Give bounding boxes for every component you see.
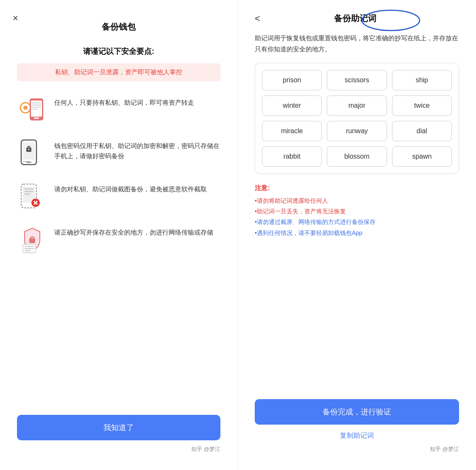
mnemonic-word-3: ship: [392, 70, 452, 90]
svg-rect-29: [25, 248, 34, 249]
svg-rect-10: [32, 106, 41, 108]
security-item-4: 请正确抄写并保存在安全的地方，勿进行网络传输或存储: [17, 225, 220, 255]
security-item-1: 任何人，只要持有私钥、助记词，即可将资产转走: [17, 95, 220, 126]
notice-item-2: •助记词一旦丢失，资产将无法恢复: [255, 206, 459, 217]
mnemonic-word-4: winter: [262, 95, 322, 116]
svg-rect-26: [29, 238, 35, 243]
security-item-4-text: 请正确抄写并保存在安全的地方，勿进行网络传输或存储: [54, 225, 213, 238]
copy-mnemonic-link[interactable]: 复制助记词: [255, 431, 459, 440]
mnemonic-word-10: rabbit: [262, 146, 322, 167]
security-item-3: 请勿对私钥、助记词做截图备份，避免被恶意软件截取: [17, 182, 220, 212]
security-item-2: •••••• 钱包密码仅用于私钥、助记词的加密和解密，密码只存储在手机上，请做好…: [17, 138, 220, 169]
mnemonic-word-12: spawn: [392, 146, 452, 167]
description: 助记词用于恢复钱包或重置钱包密码，将它准确的抄写在纸上，并存放在只有你知道的安全…: [255, 33, 459, 54]
right-bottom: 备份完成，进行验证 复制助记词 知乎 @梦江: [255, 399, 459, 453]
svg-rect-11: [32, 109, 38, 110]
right-title: 备份助记词: [264, 13, 446, 24]
svg-rect-22: [24, 193, 30, 195]
mnemonic-grid-container: prisonscissorsshipwintermajortwicemiracl…: [255, 63, 459, 174]
mnemonic-word-5: major: [327, 95, 387, 116]
mnemonic-word-7: miracle: [262, 121, 322, 141]
security-item-1-text: 任何人，只要持有私钥、助记词，即可将资产转走: [54, 95, 194, 108]
svg-rect-7: [34, 118, 39, 119]
svg-rect-28: [25, 246, 34, 247]
left-bottom: 我知道了 知乎 @梦江: [17, 406, 220, 453]
left-watermark: 知乎 @梦江: [17, 445, 220, 453]
svg-point-1: [23, 106, 28, 110]
svg-rect-17: [26, 162, 31, 163]
back-button[interactable]: <: [255, 13, 260, 24]
notice-item-3: •请勿通过截屏、网络传输的方式进行备份保存: [255, 217, 459, 227]
confirm-button[interactable]: 我知道了: [17, 415, 220, 440]
svg-rect-30: [25, 250, 31, 252]
mnemonic-word-6: twice: [392, 95, 452, 116]
svg-rect-8: [32, 102, 41, 104]
mnemonic-word-11: blossom: [327, 146, 387, 167]
notice-item-4: •遇到任何情况，请不要轻易卸载钱包App: [255, 228, 459, 238]
warning-banner: 私钥、助记词一旦泄露，资产即可被他人掌控: [17, 63, 220, 81]
mnemonic-grid: prisonscissorsshipwintermajortwicemiracl…: [262, 70, 452, 167]
security-item-2-text: 钱包密码仅用于私钥、助记词的加密和解密，密码只存储在手机上，请做好密码备份: [54, 138, 220, 161]
screenshot-block-icon: [17, 182, 47, 212]
right-header: < 备份助记词: [255, 13, 459, 24]
notices-container: •请勿将助记词透露给任何人•助记词一旦丢失，资产将无法恢复•请勿通过截屏、网络传…: [255, 196, 459, 238]
left-title: 备份钱包: [17, 17, 220, 33]
svg-rect-21: [24, 191, 33, 192]
mnemonic-word-1: prison: [262, 70, 322, 90]
left-panel: × 备份钱包 请谨记以下安全要点: 私钥、助记词一旦泄露，资产即可被他人掌控: [0, 0, 238, 470]
save-doc-icon: [17, 225, 47, 255]
section-heading: 请谨记以下安全要点:: [17, 46, 220, 56]
mnemonic-word-2: scissors: [327, 70, 387, 90]
security-item-3-text: 请勿对私钥、助记词做截图备份，避免被恶意软件截取: [54, 182, 207, 194]
notice-item-1: •请勿将助记词透露给任何人: [255, 196, 459, 206]
notice-title: 注意:: [255, 184, 459, 192]
mnemonic-word-9: dial: [392, 121, 452, 141]
mnemonic-word-8: runway: [327, 121, 387, 141]
right-watermark: 知乎 @梦江: [255, 445, 459, 453]
verify-button[interactable]: 备份完成，进行验证: [255, 399, 459, 425]
phone-lock-icon: ••••••: [17, 138, 47, 169]
right-panel: < 备份助记词 助记词用于恢复钱包或重置钱包密码，将它准确的抄写在纸上，并存放在…: [238, 0, 476, 470]
svg-point-15: [28, 149, 30, 150]
key-phone-icon: [17, 95, 47, 126]
svg-rect-9: [32, 104, 41, 106]
close-button[interactable]: ×: [13, 13, 18, 24]
svg-rect-20: [24, 188, 33, 190]
notice-section: 注意: •请勿将助记词透露给任何人•助记词一旦丢失，资产将无法恢复•请勿通过截屏…: [255, 184, 459, 238]
